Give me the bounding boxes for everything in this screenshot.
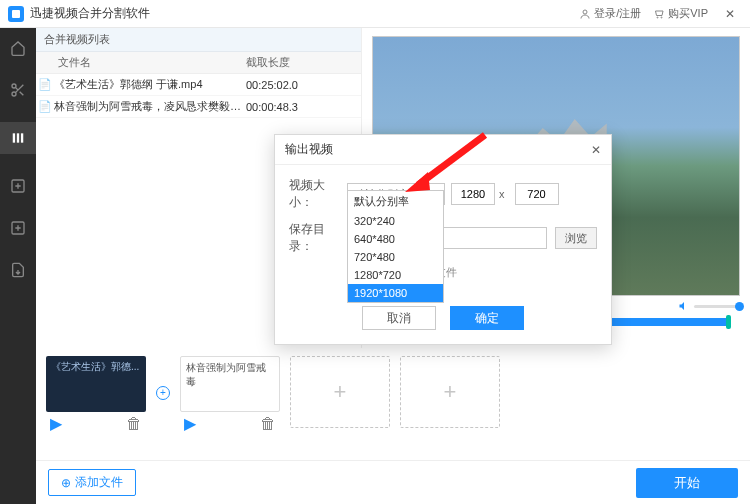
sidebar-cut[interactable] [8,80,28,100]
dialog-close[interactable]: ✕ [591,143,601,157]
width-input[interactable] [451,183,495,205]
clip-thumb[interactable]: 林音强制为阿雪戒毒 ▶ 🗑 [180,356,280,433]
col-length: 截取长度 [246,55,361,70]
insert-clip-button[interactable]: + [156,386,170,400]
column-header: 文件名 截取长度 [36,52,361,74]
dropdown-option[interactable]: 320*240 [348,212,443,230]
delete-icon[interactable]: 🗑 [260,415,276,433]
start-button[interactable]: 开始 [636,468,738,498]
browse-button[interactable]: 浏览 [555,227,597,249]
sidebar-home[interactable] [8,38,28,58]
plus-icon: ⊕ [61,476,71,490]
dir-label: 保存目录： [289,221,347,255]
play-icon[interactable]: ▶ [50,414,62,433]
dropdown-option[interactable]: 640*480 [348,230,443,248]
dropdown-option[interactable]: 720*480 [348,248,443,266]
login-link[interactable]: 登录/注册 [579,6,641,21]
resolution-dropdown: 默认分别率 320*240 640*480 720*480 1280*720 1… [347,190,444,303]
clip-thumb[interactable]: 《艺术生活》郭德... ▶ 🗑 [46,356,146,433]
app-title: 迅捷视频合并分割软件 [30,5,150,22]
svg-rect-7 [17,133,19,142]
app-logo [8,6,24,22]
sidebar-add2[interactable] [8,218,28,238]
bottom-bar: ⊕ 添加文件 开始 [36,460,750,504]
file-icon: 📄 [36,100,54,113]
file-icon: 📄 [36,78,54,91]
dropdown-option[interactable]: 1920*1080 [348,284,443,302]
cancel-button[interactable]: 取消 [362,306,436,330]
play-icon[interactable]: ▶ [184,414,196,433]
sidebar-export[interactable] [8,260,28,280]
svg-rect-0 [12,10,20,18]
svg-point-3 [661,17,662,18]
table-row[interactable]: 📄 林音强制为阿雪戒毒，凌风恳求樊毅给妹妹拿... 00:00:48.3 [36,96,361,118]
list-header: 合并视频列表 [36,28,361,52]
cart-icon [653,8,665,20]
add-file-button[interactable]: ⊕ 添加文件 [48,469,136,496]
svg-point-2 [657,17,658,18]
sidebar [0,28,36,504]
volume-icon [678,300,690,312]
size-label: 视频大小： [289,177,347,211]
thumbnail-row: 《艺术生活》郭德... ▶ 🗑 + 林音强制为阿雪戒毒 ▶ 🗑 + + [36,348,750,433]
titlebar: 迅捷视频合并分割软件 登录/注册 购买VIP ✕ [0,0,750,28]
add-slot[interactable]: + [290,356,390,428]
volume-control[interactable] [678,300,740,312]
vip-link[interactable]: 购买VIP [653,6,708,21]
svg-rect-6 [13,133,15,142]
svg-rect-8 [21,133,23,142]
dialog-title: 输出视频 [285,141,333,158]
svg-point-1 [583,10,587,14]
dropdown-option[interactable]: 1280*720 [348,266,443,284]
sidebar-add1[interactable] [8,176,28,196]
col-filename: 文件名 [36,55,246,70]
ok-button[interactable]: 确定 [450,306,524,330]
delete-icon[interactable]: 🗑 [126,415,142,433]
add-slot[interactable]: + [400,356,500,428]
user-icon [579,8,591,20]
height-input[interactable] [515,183,559,205]
window-close[interactable]: ✕ [718,7,742,21]
table-row[interactable]: 📄 《艺术生活》郭德纲 于谦.mp4 00:25:02.0 [36,74,361,96]
sidebar-merge[interactable] [0,122,36,154]
dropdown-option[interactable]: 默认分别率 [348,191,443,212]
